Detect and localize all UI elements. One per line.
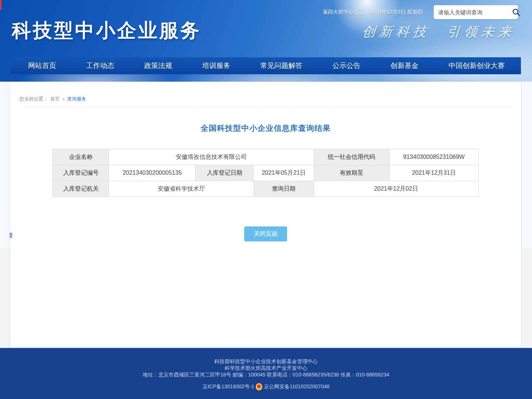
table-header-cell: 入库登记编号 (53, 165, 109, 181)
search-input[interactable] (438, 9, 512, 16)
table-row: 企业名称 安徽塔孜信息技术有限公司 统一社会信用代码 9134030008523… (53, 149, 478, 165)
search-icon[interactable] (512, 8, 521, 17)
nav-item-innovation-fund[interactable]: 创新基金 (391, 61, 419, 71)
registration-date-cell: 2021年05月21日 (254, 165, 314, 181)
table-header-cell: 入库登记日期 (195, 165, 254, 181)
breadcrumb-divider (19, 107, 513, 108)
nav-item-competition[interactable]: 中国创新创业大赛 (449, 61, 505, 71)
current-date: 2021年12月2日 星期四 (370, 9, 423, 16)
registration-number-cell: 202134030200005135 (109, 165, 195, 181)
table-header-cell: 查询日期 (254, 181, 314, 197)
content-card: 您当前位置： 首页 > 查询服务 全国科技型中小企业信息库查询结果 企业名称 安… (10, 82, 521, 347)
red-edge-marker (0, 0, 1, 10)
search-box[interactable] (434, 5, 518, 19)
registration-agency-cell: 安徽省科学技术厅 (109, 181, 254, 197)
query-date-cell: 2021年12月02日 (314, 181, 478, 197)
nav-item-announcements[interactable]: 公示公告 (332, 61, 361, 71)
site-title: 科技型中小企业服务 (12, 18, 201, 44)
police-record-link[interactable]: 京公网安备11010202007048 (264, 383, 330, 390)
credit-code-cell: 91340300085231069W (389, 149, 478, 165)
table-row: 入库登记机关 安徽省科学技术厅 查询日期 2021年12月02日 (53, 181, 478, 197)
breadcrumb: 您当前位置： 首页 > 查询服务 (10, 82, 521, 102)
page-title: 全国科技型中小企业信息库查询结果 (10, 123, 521, 133)
table-header-cell: 有效期至 (314, 165, 389, 181)
nav-item-work-news[interactable]: 工作动态 (86, 61, 114, 71)
table-header-cell: 企业名称 (53, 149, 109, 165)
main-nav: 网站首页 工作动态 政策法规 培训服务 常见问题解答 公示公告 创新基金 中国创… (10, 57, 521, 74)
table-header-cell: 统一社会信用代码 (314, 149, 389, 165)
breadcrumb-separator: > (62, 96, 65, 102)
result-table-wrapper: 企业名称 安徽塔孜信息技术有限公司 统一社会信用代码 9134030008523… (10, 149, 521, 197)
breadcrumb-home-link[interactable]: 首页 (50, 96, 60, 102)
valid-until-cell: 2021年12月31日 (389, 165, 478, 181)
page: 科技型中小企业服务 创新科技 引领未来 返回火炬中心首页 2021年12月2日 … (0, 0, 532, 399)
footer-org-line-2: 科学技术部火炬高技术产业开发中心 (0, 365, 532, 372)
nav-item-home[interactable]: 网站首页 (28, 61, 56, 71)
footer: 科技部科技型中小企业技术创新基金管理中心 科学技术部火炬高技术产业开发中心 地址… (0, 347, 532, 399)
footer-legal-line: 京ICP备13019302号-1 京公网安备11010202007048 (0, 383, 532, 391)
result-table: 企业名称 安徽塔孜信息技术有限公司 统一社会信用代码 9134030008523… (52, 149, 478, 197)
table-header-cell: 入库登记机关 (53, 181, 109, 197)
return-torch-center-link[interactable]: 返回火炬中心首页 (323, 9, 364, 16)
footer-org-line-1: 科技部科技型中小企业技术创新基金管理中心 (0, 348, 532, 365)
nav-item-faq[interactable]: 常见问题解答 (260, 61, 303, 71)
breadcrumb-label: 您当前位置： (19, 96, 48, 102)
top-utility-bar: 返回火炬中心首页 2021年12月2日 星期四 (323, 5, 518, 20)
nav-item-policies[interactable]: 政策法规 (144, 61, 172, 71)
company-name-cell: 安徽塔孜信息技术有限公司 (109, 149, 314, 165)
close-page-button[interactable]: 关闭页面 (244, 226, 287, 241)
breadcrumb-current-link[interactable]: 查询服务 (67, 96, 86, 102)
police-badge-icon (256, 383, 262, 391)
nav-item-training[interactable]: 培训服务 (202, 61, 230, 71)
slogan-calligraphy: 创新科技 引领未来 (361, 23, 516, 41)
table-row: 入库登记编号 202134030200005135 入库登记日期 2021年05… (53, 165, 478, 181)
button-row: 关闭页面 (10, 226, 521, 241)
footer-contact-line: 地址：北京市西城区三里河二区甲18号 邮编：100045 联系电话：010-88… (0, 372, 532, 378)
icp-record-link[interactable]: 京ICP备13019302号-1 (202, 383, 254, 390)
side-floater-handle[interactable] (10, 233, 12, 238)
